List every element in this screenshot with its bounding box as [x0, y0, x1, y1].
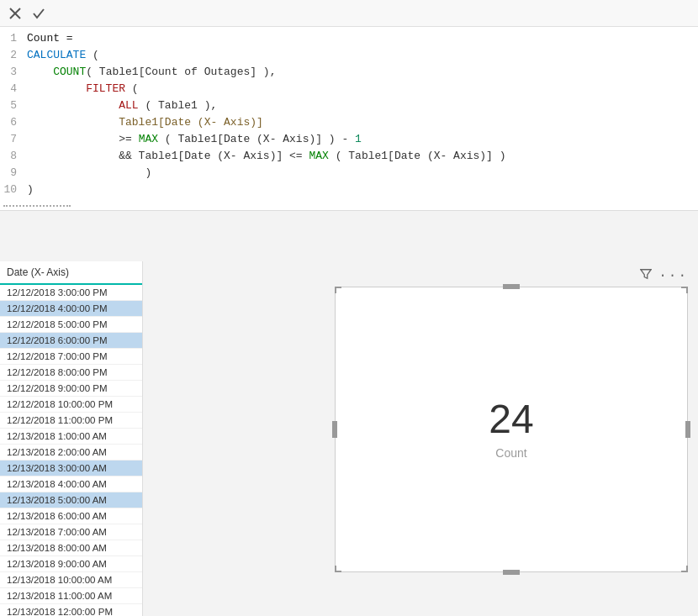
count-label: Count	[495, 446, 526, 460]
table-row[interactable]: 12/12/2018 10:00:00 PM	[0, 397, 142, 413]
table-row[interactable]: 12/13/2018 4:00:00 AM	[0, 476, 142, 492]
resize-handle-bl[interactable]	[335, 566, 341, 572]
resize-handle-top[interactable]	[503, 284, 520, 289]
data-table: Date (X- Axis) 12/12/2018 3:00:00 PM12/1…	[0, 261, 143, 616]
table-row[interactable]: 12/12/2018 8:00:00 PM	[0, 365, 142, 381]
line-content: >= MAX ( Table1[Date (X- Axis)] ) - 1	[27, 131, 695, 148]
confirm-button[interactable]	[30, 5, 47, 22]
resize-handle-right[interactable]	[685, 421, 690, 438]
line-number: 1	[3, 30, 27, 47]
code-line: 5 ALL ( Table1 ),	[0, 97, 698, 114]
table-row[interactable]: 12/13/2018 2:00:00 AM	[0, 445, 142, 461]
line-content: ALL ( Table1 ),	[27, 97, 695, 114]
line-number: 2	[3, 47, 27, 64]
table-row[interactable]: 12/12/2018 5:00:00 PM	[0, 317, 142, 333]
line-number: 4	[3, 81, 27, 97]
resize-handle-left[interactable]	[332, 421, 337, 438]
line-number: 8	[3, 148, 27, 165]
table-row[interactable]: 12/13/2018 6:00:00 AM	[0, 508, 142, 524]
editor-panel: 1Count = 2CALCULATE (3 COUNT( Table1[Cou…	[0, 0, 698, 211]
table-row[interactable]: 12/12/2018 7:00:00 PM	[0, 349, 142, 365]
table-row[interactable]: 12/12/2018 6:00:00 PM	[0, 333, 142, 349]
resize-handle-tr[interactable]	[681, 287, 688, 293]
dotted-divider	[3, 205, 71, 207]
code-line: 2CALCULATE (	[0, 47, 698, 64]
code-line: 10)	[0, 182, 698, 198]
bottom-panel: Date (X- Axis) 12/12/2018 3:00:00 PM12/1…	[0, 261, 698, 616]
code-line: 8 && Table1[Date (X- Axis)] <= MAX ( Tab…	[0, 148, 698, 165]
code-editor[interactable]: 1Count = 2CALCULATE (3 COUNT( Table1[Cou…	[0, 27, 698, 202]
line-content: && Table1[Date (X- Axis)] <= MAX ( Table…	[27, 148, 695, 165]
line-number: 5	[3, 97, 27, 114]
more-options-icon[interactable]: ···	[658, 268, 688, 283]
line-content: Count =	[27, 30, 695, 47]
filter-icon[interactable]	[640, 268, 652, 283]
editor-toolbar	[0, 0, 698, 27]
line-content: FILTER (	[27, 81, 695, 97]
visualization-panel: ··· 24 Count	[143, 261, 698, 616]
line-number: 10	[3, 182, 27, 198]
table-row[interactable]: 12/13/2018 11:00:00 AM	[0, 588, 142, 604]
table-row[interactable]: 12/13/2018 12:00:00 PM	[0, 604, 142, 616]
table-row[interactable]: 12/12/2018 3:00:00 PM	[0, 285, 142, 301]
resize-handle-tl[interactable]	[335, 287, 341, 293]
line-number: 7	[3, 131, 27, 148]
table-row[interactable]: 12/13/2018 3:00:00 AM	[0, 461, 142, 476]
resize-handle-br[interactable]	[681, 566, 688, 572]
viz-toolbar: ···	[640, 268, 688, 283]
resize-handle-bottom[interactable]	[503, 570, 520, 575]
line-content: )	[27, 165, 695, 182]
line-number: 6	[3, 114, 27, 131]
code-line: 7 >= MAX ( Table1[Date (X- Axis)] ) - 1	[0, 131, 698, 148]
line-content: COUNT( Table1[Count of Outages] ),	[27, 64, 695, 81]
line-number: 9	[3, 165, 27, 182]
code-line: 4 FILTER (	[0, 81, 698, 97]
code-line: 6 Table1[Date (X- Axis)]	[0, 114, 698, 131]
table-row[interactable]: 12/12/2018 11:00:00 PM	[0, 413, 142, 429]
svg-marker-2	[641, 270, 651, 279]
line-content: Table1[Date (X- Axis)]	[27, 114, 695, 131]
middle-spacer	[0, 211, 698, 261]
viz-card: 24 Count	[335, 287, 688, 572]
code-line: 1Count =	[0, 30, 698, 47]
line-content: )	[27, 182, 695, 198]
table-row[interactable]: 12/13/2018 7:00:00 AM	[0, 524, 142, 540]
table-row[interactable]: 12/13/2018 9:00:00 AM	[0, 556, 142, 572]
count-value: 24	[489, 399, 533, 440]
table-row[interactable]: 12/13/2018 10:00:00 AM	[0, 572, 142, 588]
table-column-header: Date (X- Axis)	[0, 261, 142, 285]
code-line: 9 )	[0, 165, 698, 182]
line-number: 3	[3, 64, 27, 81]
table-row[interactable]: 12/13/2018 1:00:00 AM	[0, 429, 142, 445]
close-button[interactable]	[7, 5, 24, 22]
table-row[interactable]: 12/13/2018 5:00:00 AM	[0, 492, 142, 508]
table-row[interactable]: 12/13/2018 8:00:00 AM	[0, 540, 142, 556]
line-content: CALCULATE (	[27, 47, 695, 64]
table-row[interactable]: 12/12/2018 9:00:00 PM	[0, 381, 142, 397]
table-row[interactable]: 12/12/2018 4:00:00 PM	[0, 301, 142, 317]
code-line: 3 COUNT( Table1[Count of Outages] ),	[0, 64, 698, 81]
